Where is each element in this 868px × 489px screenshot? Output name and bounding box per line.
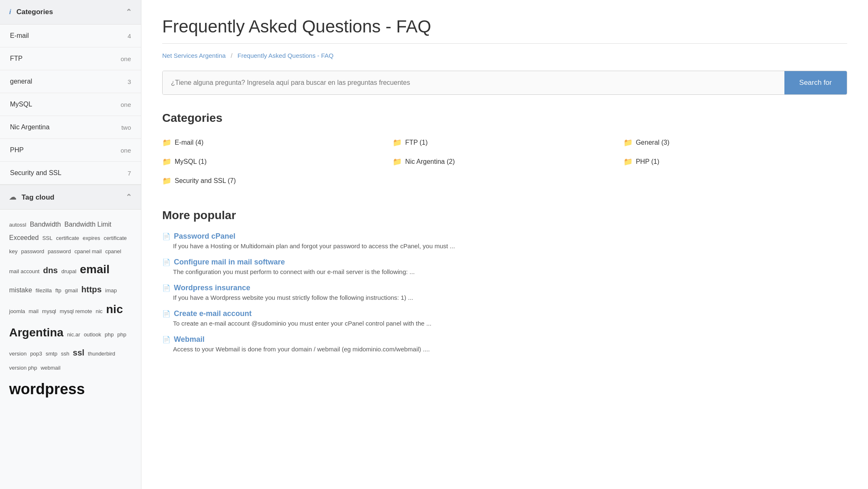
tag-ssl2[interactable]: ssl bbox=[73, 348, 84, 357]
category-mysql: 📁 MySQL (1) bbox=[162, 154, 386, 170]
article-excerpt-mail: The configuration you must perform to co… bbox=[162, 268, 847, 275]
nav-label-mysql: MySQL bbox=[10, 101, 32, 108]
nav-item-email[interactable]: E-mail 4 bbox=[0, 25, 141, 47]
folder-icon-email: 📁 bbox=[162, 138, 171, 147]
tag-outlook[interactable]: outlook bbox=[84, 331, 101, 338]
search-input[interactable] bbox=[163, 71, 784, 94]
tag-cloud-chevron-icon[interactable]: ⌃ bbox=[126, 193, 132, 202]
folder-icon-general: 📁 bbox=[623, 138, 633, 147]
doc-icon-password: 📄 bbox=[162, 232, 171, 240]
breadcrumb-current[interactable]: Frequently Asked Questions - FAQ bbox=[237, 52, 334, 59]
sidebar: i Categories ⌃ E-mail 4 FTP one general … bbox=[0, 0, 141, 489]
main-content: Frequently Asked Questions - FAQ Net Ser… bbox=[141, 0, 868, 489]
article-title-wordpress[interactable]: 📄 Wordpress insurance bbox=[162, 284, 847, 292]
tag-ssh[interactable]: ssh bbox=[61, 351, 69, 357]
nav-link-general[interactable]: general 3 bbox=[0, 70, 141, 93]
article-title-text-mail: Configure mail in mail software bbox=[174, 258, 285, 267]
nav-link-nic[interactable]: Nic Argentina two bbox=[0, 116, 141, 138]
nav-count-php: one bbox=[121, 147, 131, 154]
nav-item-nic[interactable]: Nic Argentina two bbox=[0, 116, 141, 139]
tag-cloud-content: autossl Bandwidth Bandwidth Limit Exceed… bbox=[0, 210, 141, 412]
doc-icon-mail: 📄 bbox=[162, 258, 171, 266]
categories-label: Categories bbox=[16, 8, 53, 16]
category-link-php[interactable]: PHP (1) bbox=[636, 158, 660, 165]
search-button[interactable]: Search for bbox=[784, 71, 847, 94]
doc-icon-create-email: 📄 bbox=[162, 310, 171, 318]
tag-certificate[interactable]: certificate bbox=[56, 235, 79, 241]
tag-mysql-remote[interactable]: mysql remote bbox=[59, 308, 92, 314]
nav-count-nic: two bbox=[121, 124, 131, 131]
tag-mysql[interactable]: mysql bbox=[42, 308, 56, 314]
nav-item-mysql[interactable]: MySQL one bbox=[0, 93, 141, 116]
tag-mistake[interactable]: mistake bbox=[9, 286, 32, 294]
tag-ftp[interactable]: ftp bbox=[55, 287, 61, 294]
category-link-email[interactable]: E-mail (4) bbox=[175, 139, 203, 146]
category-link-general[interactable]: General (3) bbox=[636, 139, 670, 146]
nav-link-ssl[interactable]: Security and SSL 7 bbox=[0, 162, 141, 184]
page-title: Frequently Asked Questions - FAQ bbox=[162, 17, 847, 37]
nav-link-email[interactable]: E-mail 4 bbox=[0, 25, 141, 47]
tag-imap[interactable]: imap bbox=[105, 287, 117, 294]
list-item: 📄 Configure mail in mail software The co… bbox=[162, 258, 847, 275]
tag-nicar[interactable]: nic.ar bbox=[67, 331, 80, 338]
article-title-password[interactable]: 📄 Password cPanel bbox=[162, 232, 847, 241]
article-title-mail[interactable]: 📄 Configure mail in mail software bbox=[162, 258, 847, 267]
tag-cloud-label: Tag cloud bbox=[22, 193, 54, 201]
article-excerpt-webmail: Access to your Webmail is done from your… bbox=[162, 346, 847, 353]
nav-count-email: 4 bbox=[128, 32, 131, 40]
info-icon: i bbox=[9, 8, 11, 16]
nav-count-ssl: 7 bbox=[128, 170, 131, 177]
nav-item-ssl[interactable]: Security and SSL 7 bbox=[0, 162, 141, 185]
tag-password2[interactable]: password bbox=[48, 248, 71, 254]
tag-php[interactable]: php bbox=[105, 331, 114, 338]
tag-version-php[interactable]: version php bbox=[9, 365, 37, 371]
nav-link-php[interactable]: PHP one bbox=[0, 139, 141, 161]
tag-nic[interactable]: nic bbox=[96, 308, 103, 314]
tag-webmail[interactable]: webmail bbox=[41, 365, 61, 371]
nav-label-php: PHP bbox=[10, 146, 24, 154]
sidebar-header-left: i Categories bbox=[9, 8, 53, 16]
folder-icon-php: 📁 bbox=[623, 157, 633, 166]
tag-smtp[interactable]: smtp bbox=[46, 351, 57, 357]
article-excerpt-create-email: To create an e-mail account @sudominio y… bbox=[162, 320, 847, 327]
tag-wordpress[interactable]: wordpress bbox=[9, 380, 85, 398]
tag-mail[interactable]: mail bbox=[29, 308, 39, 314]
breadcrumb-home[interactable]: Net Services Argentina bbox=[162, 52, 226, 59]
nav-link-mysql[interactable]: MySQL one bbox=[0, 93, 141, 116]
tag-drupal[interactable]: drupal bbox=[61, 268, 76, 274]
list-item: 📄 Create e-mail account To create an e-m… bbox=[162, 309, 847, 327]
category-nic: 📁 Nic Argentina (2) bbox=[393, 154, 616, 170]
tag-https[interactable]: https bbox=[82, 285, 102, 294]
nav-item-general[interactable]: general 3 bbox=[0, 70, 141, 93]
category-link-ftp[interactable]: FTP (1) bbox=[405, 139, 428, 146]
tag-autossl[interactable]: autossl bbox=[9, 222, 26, 228]
tag-joomla[interactable]: joomla bbox=[9, 308, 25, 314]
nav-link-ftp[interactable]: FTP one bbox=[0, 47, 141, 70]
sidebar-categories-header: i Categories ⌃ bbox=[0, 0, 141, 25]
article-title-create-email[interactable]: 📄 Create e-mail account bbox=[162, 309, 847, 318]
tag-password1[interactable]: password bbox=[21, 248, 45, 254]
tag-thunderbird[interactable]: thunderbird bbox=[88, 351, 115, 357]
tag-expires[interactable]: expires bbox=[83, 235, 100, 241]
tag-pop3[interactable]: pop3 bbox=[30, 351, 42, 357]
nav-item-ftp[interactable]: FTP one bbox=[0, 47, 141, 70]
folder-icon-nic: 📁 bbox=[393, 157, 402, 166]
tag-bandwidth[interactable]: Bandwidth bbox=[30, 221, 61, 228]
tag-gmail[interactable]: gmail bbox=[65, 287, 78, 294]
tag-dns[interactable]: dns bbox=[43, 266, 58, 275]
tag-cpanel-mail[interactable]: cpanel mail bbox=[74, 248, 102, 254]
article-title-text-create-email: Create e-mail account bbox=[174, 309, 252, 318]
article-title-webmail[interactable]: 📄 Webmail bbox=[162, 335, 847, 344]
category-link-mysql[interactable]: MySQL (1) bbox=[175, 158, 207, 165]
chevron-up-icon[interactable]: ⌃ bbox=[126, 7, 132, 17]
category-link-ssl[interactable]: Security and SSL (7) bbox=[175, 177, 236, 185]
list-item: 📄 Password cPanel If you have a Hosting … bbox=[162, 232, 847, 249]
category-link-nic[interactable]: Nic Argentina (2) bbox=[405, 158, 455, 165]
tag-ssl[interactable]: SSL bbox=[42, 235, 53, 241]
nav-item-php[interactable]: PHP one bbox=[0, 139, 141, 162]
nav-label-general: general bbox=[10, 78, 32, 85]
tag-filezilla[interactable]: filezilla bbox=[36, 287, 52, 294]
article-excerpt-password: If you have a Hosting or Multidomain pla… bbox=[162, 242, 847, 249]
tag-email[interactable]: email bbox=[80, 263, 110, 276]
popular-section-title: More popular bbox=[162, 209, 847, 222]
